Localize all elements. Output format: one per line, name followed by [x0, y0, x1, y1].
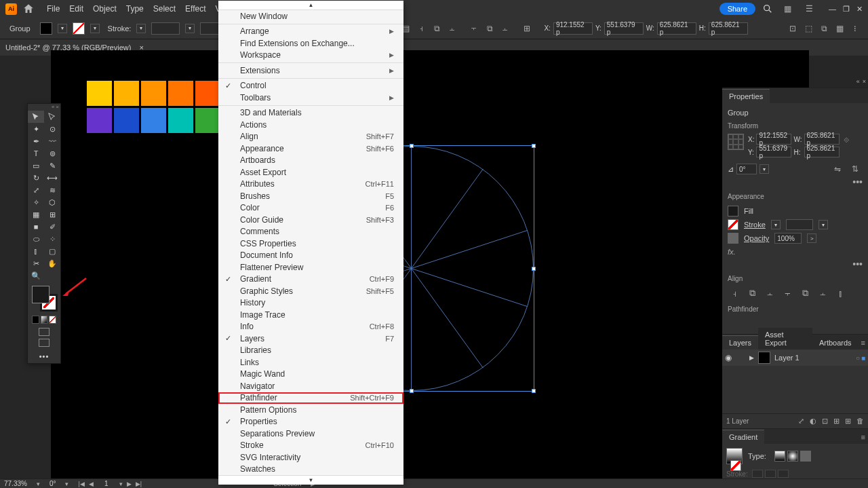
scale-tool[interactable]: ⤢ [28, 184, 44, 196]
gradient-menu-icon[interactable]: ≡ [859, 430, 868, 444]
new-layer-icon[interactable]: ⊞ [833, 417, 840, 426]
layers-menu-icon[interactable]: ≡ [859, 336, 868, 350]
fill-stroke-toggle[interactable] [44, 269, 60, 282]
stroke-weight-input[interactable] [151, 22, 180, 35]
menu-item-attributes[interactable]: AttributesCtrl+F11 [218, 179, 403, 191]
distribute-icon[interactable]: ⫿ [833, 286, 847, 300]
fx-label[interactable]: fx. [728, 248, 736, 256]
perspective-grid-tool[interactable]: ▦ [28, 208, 44, 221]
menu-item-asset-export[interactable]: Asset Export [218, 166, 403, 179]
transform-ref-icon[interactable]: ⊞ [519, 21, 534, 36]
menu-item-control[interactable]: ✓Control [218, 80, 403, 92]
menu-item-history[interactable]: History [218, 297, 403, 309]
menu-item-svg-interactivity[interactable]: SVG Interactivity [218, 451, 403, 464]
align-top-icon[interactable]: ⫟ [467, 21, 481, 36]
pen-tool[interactable]: ✒ [28, 135, 44, 147]
type-tool[interactable]: T [28, 147, 44, 159]
panel-collapse-icon[interactable]: « [856, 78, 860, 88]
opacity-dropdown-icon[interactable]: > [807, 233, 816, 243]
touch-type-tool[interactable]: ⊚ [44, 147, 60, 159]
column-graph-tool[interactable]: ⫿ [28, 245, 44, 257]
layer-row[interactable]: ◉ ▶ Layer 1 ○ ■ [722, 350, 868, 366]
menu-item-links[interactable]: Links [218, 356, 403, 369]
radial-gradient-icon[interactable] [787, 451, 798, 462]
menu-item-flattener-preview[interactable]: Flattener Preview [218, 261, 403, 274]
menu-item-actions[interactable]: Actions [218, 119, 403, 131]
stroke-swatch[interactable] [728, 219, 738, 230]
paintbrush-tool[interactable]: ✎ [44, 159, 60, 172]
align-right-icon[interactable]: ⫠ [445, 21, 460, 36]
panel-close-icon[interactable]: × [863, 78, 866, 88]
align-hcenter-icon[interactable]: ⧉ [745, 286, 759, 300]
layer-name[interactable]: Layer 1 [774, 354, 852, 362]
home-icon[interactable] [22, 3, 35, 15]
menu-item-gradient[interactable]: ✓GradientCtrl+F9 [218, 274, 403, 286]
swatch[interactable] [87, 108, 112, 133]
flip-h-icon[interactable]: ⇋ [830, 162, 845, 176]
w-input[interactable]: 625.8621 p [657, 22, 696, 35]
swatch[interactable] [141, 81, 166, 106]
artboard-dropdown-icon[interactable]: ▾ [119, 481, 123, 487]
menu-item-document-info[interactable]: Document Info [218, 250, 403, 262]
menu-item-layers[interactable]: ✓LayersF7 [218, 333, 403, 345]
x-input[interactable]: 912.1552 p [553, 22, 593, 35]
menu-item-workspace[interactable]: Workspace▶ [218, 50, 403, 62]
restore-icon[interactable]: ❐ [843, 5, 850, 14]
slice-tool[interactable]: ✂ [28, 257, 44, 269]
artboards-tab[interactable]: Artboards [812, 336, 859, 350]
minimize-icon[interactable]: — [829, 5, 836, 14]
selection-tool[interactable] [28, 111, 44, 123]
menu-item-extensions[interactable]: Extensions▶ [218, 64, 403, 77]
menu-item-align[interactable]: AlignShift+F7 [218, 131, 403, 143]
menu-item-stroke[interactable]: StrokeCtrl+F10 [218, 440, 403, 452]
menu-item-color-guide[interactable]: Color GuideShift+F3 [218, 214, 403, 226]
fill-swatch[interactable] [728, 206, 738, 217]
align-vcenter-icon[interactable]: ⧉ [798, 286, 812, 300]
mesh-tool[interactable]: ⊞ [44, 208, 60, 221]
zoom-dropdown-icon[interactable]: ▾ [37, 481, 40, 487]
curvature-tool[interactable]: 〰 [44, 135, 60, 147]
locate-object-icon[interactable]: ⤢ [798, 417, 804, 426]
first-artboard-icon[interactable]: |◀ [78, 481, 84, 487]
symbol-sprayer-tool[interactable]: ⁘ [44, 233, 60, 245]
draw-normal-icon[interactable] [39, 328, 50, 336]
eyedropper-tool[interactable]: ✐ [44, 221, 60, 233]
menu-object[interactable]: Object [93, 4, 117, 14]
rotate-tool[interactable]: ↻ [28, 172, 44, 184]
swatch[interactable] [195, 81, 220, 106]
delete-layer-icon[interactable]: 🗑 [856, 417, 864, 426]
menu-item-graphic-styles[interactable]: Graphic StylesShift+F5 [218, 285, 403, 297]
menu-item-separations-preview[interactable]: Separations Preview [218, 428, 403, 440]
clipping-mask-icon[interactable]: ◐ [810, 417, 816, 426]
toolbox-collapse-icon[interactable]: « [52, 104, 54, 111]
align-bottom-icon[interactable]: ⫠ [498, 21, 513, 36]
y-input[interactable]: 551.6379 p [756, 147, 791, 157]
stroke-gradient-across-icon[interactable] [778, 470, 789, 478]
appearance-more-icon[interactable]: ••• [728, 259, 863, 269]
menu-item-arrange[interactable]: Arrange▶ [218, 26, 403, 38]
menu-item-pattern-options[interactable]: Pattern Options [218, 404, 403, 416]
free-transform-tool[interactable]: ✧ [28, 196, 44, 208]
menu-item-appearance[interactable]: AppearanceShift+F6 [218, 143, 403, 155]
reference-point-selector[interactable] [728, 134, 744, 150]
opacity-input[interactable]: 100% [774, 233, 802, 244]
menu-scroll-down-icon[interactable]: ▼ [218, 475, 403, 485]
align-top-icon[interactable]: ⫟ [781, 286, 794, 300]
menu-file[interactable]: File [47, 4, 60, 14]
artboard[interactable] [51, 50, 809, 488]
h-input[interactable]: 625.8621 p [709, 22, 748, 35]
swatch[interactable] [168, 81, 193, 106]
menu-item-info[interactable]: InfoCtrl+F8 [218, 321, 403, 333]
stroke-gradient-within-icon[interactable] [752, 470, 763, 478]
color-mode-icon[interactable] [32, 316, 39, 324]
transform-more-icon[interactable]: ••• [728, 176, 863, 187]
new-layer2-icon[interactable]: ⊞ [845, 417, 851, 426]
stroke-weight-up-icon[interactable]: ▾ [185, 24, 195, 33]
screen-mode-icon[interactable] [39, 339, 50, 347]
menu-item-brushes[interactable]: BrushesF5 [218, 190, 403, 202]
zoom-level[interactable]: 77.33% [4, 480, 27, 487]
properties-tab[interactable]: Properties [722, 89, 770, 103]
layers-tab[interactable]: Layers [722, 335, 758, 350]
next-artboard-icon[interactable]: ▶ [127, 481, 132, 487]
stroke-color-swatch[interactable] [73, 22, 85, 35]
